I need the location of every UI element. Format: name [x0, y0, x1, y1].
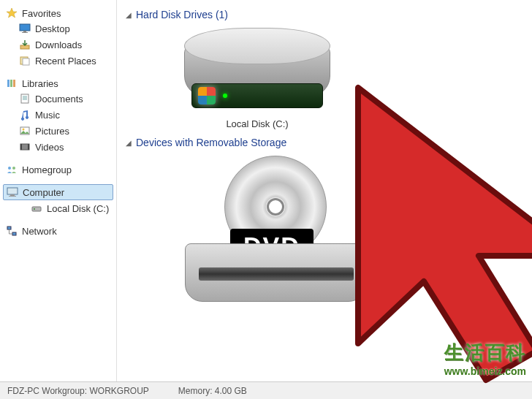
- navigation-pane: Favorites Desktop Downloads Recent Place…: [0, 0, 117, 399]
- network-icon: [6, 225, 18, 237]
- chevron-down-icon: ◢: [126, 11, 132, 19]
- nav-label: Music: [35, 110, 60, 121]
- nav-label: Videos: [35, 142, 64, 153]
- chevron-down-icon: ◢: [126, 139, 132, 147]
- svg-rect-8: [10, 80, 12, 87]
- svg-point-20: [12, 167, 15, 170]
- svg-rect-23: [9, 196, 16, 197]
- homegroup-label: Homegroup: [22, 164, 72, 175]
- section-title: Hard Disk Drives (1): [136, 9, 228, 20]
- computer-group: Computer Local Disk (C:): [3, 184, 113, 216]
- downloads-icon: [19, 39, 31, 50]
- svg-rect-1: [20, 24, 30, 31]
- svg-point-25: [34, 208, 35, 210]
- status-workgroup: FDZ-PC Workgroup: WORKGROUP: [7, 386, 149, 396]
- homegroup-group: Homegroup: [3, 162, 113, 177]
- libraries-header[interactable]: Libraries: [3, 76, 113, 91]
- sidebar-item-music[interactable]: Music: [3, 107, 113, 123]
- section-title: Devices with Removable Storage: [136, 137, 286, 148]
- computer-label: Computer: [23, 187, 64, 198]
- libraries-group: Libraries Documents Music Pictures Video…: [3, 76, 113, 155]
- status-memory: Memory: 4.00 GB: [178, 386, 247, 396]
- sidebar-item-desktop[interactable]: Desktop: [3, 20, 113, 37]
- star-icon: [6, 7, 18, 19]
- watermark-url: www.bimeiz.com: [444, 365, 526, 377]
- sidebar-item-downloads[interactable]: Downloads: [3, 37, 113, 53]
- svg-rect-17: [20, 144, 22, 150]
- dvd-drive-icon: DVD: [180, 156, 370, 302]
- desktop-icon: [19, 23, 31, 34]
- svg-rect-7: [7, 80, 10, 87]
- documents-icon: [19, 93, 31, 104]
- computer-icon: [7, 186, 18, 198]
- removable-section-header[interactable]: ◢ Devices with Removable Storage: [126, 137, 523, 148]
- nav-label: Documents: [35, 94, 83, 104]
- pictures-icon: [19, 125, 31, 137]
- sidebar-item-recent[interactable]: Recent Places: [3, 53, 113, 69]
- videos-icon: [19, 141, 31, 153]
- svg-rect-18: [28, 144, 29, 150]
- sidebar-item-documents[interactable]: Documents: [3, 91, 113, 107]
- sidebar-item-pictures[interactable]: Pictures: [3, 123, 113, 139]
- hdd-drive-icon: [170, 28, 345, 115]
- drive-dvd[interactable]: DVD: [155, 156, 374, 302]
- drive-label: Local Disk (C:): [226, 118, 288, 129]
- svg-rect-9: [13, 80, 15, 87]
- network-group: Network: [3, 224, 113, 238]
- nav-label: Desktop: [35, 23, 70, 34]
- svg-rect-6: [23, 58, 29, 65]
- svg-rect-26: [7, 227, 11, 229]
- svg-rect-21: [7, 188, 18, 194]
- favorites-label: Favorites: [22, 8, 61, 19]
- svg-rect-24: [32, 207, 41, 211]
- svg-rect-3: [22, 32, 28, 33]
- network-label: Network: [22, 226, 57, 237]
- watermark-title: 生活百科: [444, 340, 526, 365]
- hdd-icon: [31, 202, 42, 214]
- svg-point-15: [23, 129, 25, 131]
- homegroup-icon: [6, 164, 18, 175]
- drive-local-disk[interactable]: Local Disk (C:): [155, 28, 360, 129]
- nav-label: Recent Places: [35, 56, 96, 66]
- favorites-group: Favorites Desktop Downloads Recent Place…: [3, 6, 113, 69]
- svg-rect-22: [10, 194, 15, 196]
- status-bar: FDZ-PC Workgroup: WORKGROUP Memory: 4.00…: [0, 381, 532, 399]
- svg-point-19: [8, 167, 11, 170]
- recent-places-icon: [19, 55, 31, 66]
- sidebar-item-local-disk[interactable]: Local Disk (C:): [3, 200, 113, 216]
- nav-label: Local Disk (C:): [47, 203, 109, 214]
- homegroup-header[interactable]: Homegroup: [3, 162, 113, 177]
- svg-rect-2: [23, 31, 26, 32]
- favorites-header[interactable]: Favorites: [3, 6, 113, 20]
- nav-label: Pictures: [35, 126, 69, 137]
- sidebar-item-computer[interactable]: Computer: [3, 184, 113, 200]
- music-icon: [19, 109, 31, 121]
- svg-rect-10: [21, 94, 28, 103]
- watermark: 生活百科 www.bimeiz.com: [444, 340, 526, 377]
- libraries-icon: [6, 77, 18, 89]
- nav-label: Downloads: [35, 39, 82, 50]
- sidebar-item-videos[interactable]: Videos: [3, 139, 113, 155]
- svg-rect-27: [12, 232, 16, 235]
- svg-marker-0: [7, 8, 17, 18]
- network-header[interactable]: Network: [3, 224, 113, 238]
- hdd-section-header[interactable]: ◢ Hard Disk Drives (1): [126, 9, 523, 20]
- libraries-label: Libraries: [22, 78, 58, 89]
